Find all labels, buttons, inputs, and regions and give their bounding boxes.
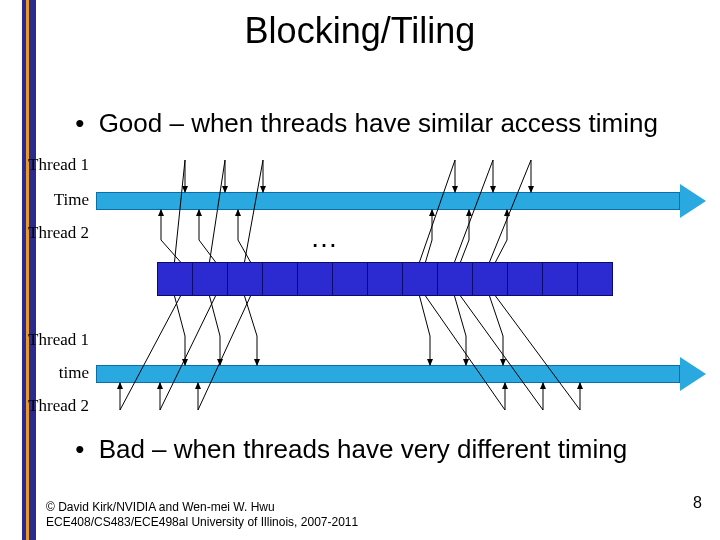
- side-stripe: [22, 0, 36, 540]
- footer: © David Kirk/NVIDIA and Wen-mei W. Hwu E…: [46, 500, 358, 530]
- memory-tile: [542, 262, 578, 296]
- bullet-good-text: Good – when threads have similar access …: [99, 108, 658, 138]
- svg-line-36: [120, 296, 181, 410]
- memory-tile: [402, 262, 438, 296]
- label-thread2-upper: Thread 2: [14, 223, 89, 243]
- svg-line-16: [238, 240, 251, 262]
- footer-line2: ECE408/CS483/ECE498al University of Illi…: [46, 515, 358, 530]
- memory-tile: [367, 262, 403, 296]
- memory-tile: [332, 262, 368, 296]
- bullet-good: • Good – when threads have similar acces…: [68, 108, 658, 139]
- svg-line-20: [461, 240, 470, 262]
- memory-tile: [297, 262, 333, 296]
- svg-line-22: [496, 240, 508, 262]
- page-number: 8: [693, 494, 702, 512]
- label-time-upper: Time: [14, 190, 89, 210]
- memory-tile: [507, 262, 543, 296]
- bullet-bad: • Bad – when threads have very different…: [68, 434, 627, 465]
- svg-line-26: [210, 296, 221, 336]
- tile-row-upper: [157, 262, 613, 296]
- svg-line-12: [161, 240, 181, 262]
- bullet-bad-text: Bad – when threads have very different t…: [99, 434, 628, 464]
- svg-line-38: [160, 296, 216, 410]
- svg-line-46: [496, 296, 581, 410]
- label-time-lower: time: [14, 363, 89, 383]
- ellipsis-upper: …: [310, 222, 344, 254]
- label-thread1-upper: Thread 1: [14, 155, 89, 175]
- svg-line-30: [420, 296, 431, 336]
- memory-tile: [472, 262, 508, 296]
- svg-line-18: [426, 240, 433, 262]
- memory-tile: [192, 262, 228, 296]
- time-arrow-lower: [96, 357, 706, 391]
- slide: Blocking/Tiling • Good – when threads ha…: [0, 0, 720, 540]
- label-thread2-lower: Thread 2: [14, 396, 89, 416]
- svg-line-44: [461, 296, 544, 410]
- svg-line-32: [455, 296, 467, 336]
- bullet-dot-icon: •: [68, 108, 91, 139]
- time-arrow-upper: [96, 184, 706, 218]
- memory-tile: [157, 262, 193, 296]
- svg-line-42: [426, 296, 506, 410]
- memory-tile: [262, 262, 298, 296]
- svg-line-14: [199, 240, 216, 262]
- svg-line-28: [245, 296, 258, 336]
- memory-tile: [437, 262, 473, 296]
- bullet-dot-icon: •: [68, 434, 91, 465]
- memory-tile: [227, 262, 263, 296]
- slide-title: Blocking/Tiling: [0, 10, 720, 52]
- svg-line-34: [490, 296, 504, 336]
- memory-tile: [577, 262, 613, 296]
- footer-line1: © David Kirk/NVIDIA and Wen-mei W. Hwu: [46, 500, 358, 515]
- svg-line-40: [198, 296, 251, 410]
- svg-line-24: [175, 296, 186, 336]
- label-thread1-lower: Thread 1: [14, 330, 89, 350]
